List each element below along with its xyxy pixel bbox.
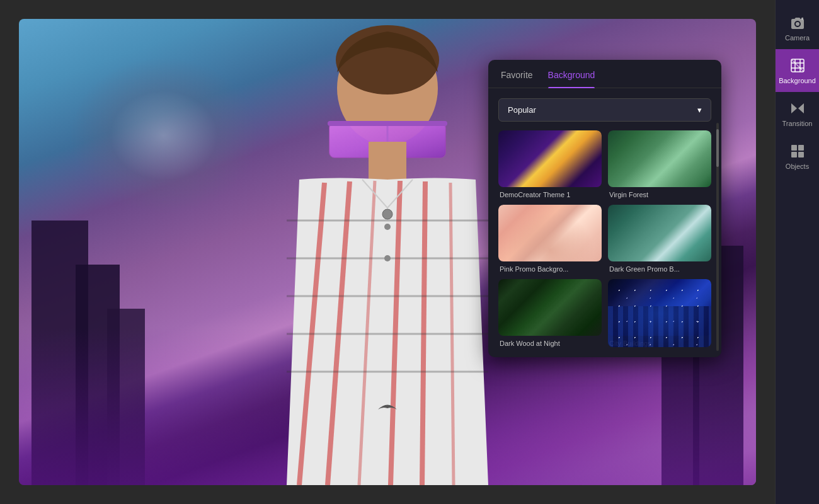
objects-icon (789, 142, 806, 160)
svg-point-13 (384, 224, 391, 230)
background-grid: DemoCreator Theme 1 Virgin Forest Pink P… (498, 130, 711, 347)
bg-item-city-buildings[interactable]: City Buildings (608, 279, 711, 347)
bg-thumb-democreator (498, 130, 602, 187)
bg-item-pink-promo[interactable]: Pink Promo Backgro... (498, 205, 602, 273)
panel-scrollbar[interactable] (716, 123, 719, 351)
star-dots (608, 279, 711, 336)
tab-background[interactable]: Background (548, 70, 595, 88)
camera-icon (789, 14, 806, 32)
background-label: Background (779, 77, 816, 84)
transition-label: Transition (782, 120, 813, 127)
panel-tabs: Favorite Background (488, 60, 721, 88)
panel-item-background[interactable]: Background (776, 49, 819, 92)
svg-marker-24 (791, 103, 797, 113)
panel-content: Popular ▾ DemoCreator Theme 1 Virgin For… (488, 88, 721, 357)
bg-thumb-pink-promo (498, 205, 602, 261)
transition-icon (789, 100, 806, 117)
bg-label-virgin-forest: Virgin Forest (608, 191, 711, 198)
panel-item-camera[interactable]: Camera (776, 6, 819, 49)
svg-line-23 (791, 59, 804, 72)
bg-thumb-dark-wood (498, 279, 602, 336)
svg-rect-28 (791, 152, 797, 158)
camera-label: Camera (785, 34, 810, 42)
bg-item-dark-green[interactable]: Dark Green Promo B... (608, 205, 711, 273)
svg-marker-25 (798, 103, 804, 113)
bg-label-dark-green: Dark Green Promo B... (608, 265, 711, 273)
objects-label: Objects (786, 163, 809, 170)
svg-rect-29 (798, 152, 804, 158)
right-panel: Camera Background Transition (775, 0, 819, 504)
bg-thumb-virgin-forest (608, 130, 711, 187)
bg-label-dark-wood: Dark Wood at Night (498, 340, 602, 347)
background-panel: Favorite Background Popular ▾ DemoCreato… (488, 60, 721, 357)
dropdown-value: Popular (508, 105, 536, 115)
bg-thumb-dark-green (608, 205, 711, 261)
svg-rect-26 (791, 145, 797, 151)
category-dropdown[interactable]: Popular ▾ (498, 98, 711, 122)
svg-point-15 (382, 209, 392, 219)
svg-point-14 (384, 255, 391, 261)
bg-label-pink-promo: Pink Promo Backgro... (498, 265, 602, 273)
bg-item-virgin-forest[interactable]: Virgin Forest (608, 130, 711, 198)
svg-rect-6 (369, 142, 406, 180)
svg-rect-5 (328, 121, 447, 126)
svg-rect-27 (798, 145, 804, 151)
panel-item-transition[interactable]: Transition (776, 92, 819, 135)
bg-item-dark-wood[interactable]: Dark Wood at Night (498, 279, 602, 347)
chevron-down-icon: ▾ (697, 105, 702, 115)
bg-item-democreator[interactable]: DemoCreator Theme 1 (498, 130, 602, 198)
bg-label-democreator: DemoCreator Theme 1 (498, 191, 602, 198)
background-icon (789, 57, 806, 74)
main-canvas: Favorite Background Popular ▾ DemoCreato… (0, 0, 775, 504)
tab-favorite[interactable]: Favorite (501, 70, 533, 88)
svg-point-16 (796, 22, 799, 26)
panel-scrollbar-thumb (716, 129, 719, 167)
panel-item-objects[interactable]: Objects (776, 135, 819, 178)
bg-thumb-city-buildings (608, 279, 711, 336)
